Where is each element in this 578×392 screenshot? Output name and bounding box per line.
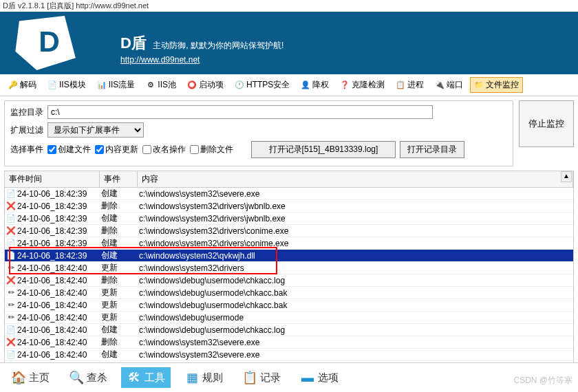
bottom-nav: 🏠主页🔍查杀🛠工具▦规则📋记录▬选项CSDN @竹等寒 <box>0 362 578 392</box>
stop-monitor-button[interactable]: 停止监控 <box>519 100 574 147</box>
nav-工具[interactable]: 🛠工具 <box>121 367 171 388</box>
nav-icon: 📋 <box>242 370 257 385</box>
ext-filter-label: 扩展过滤 <box>10 124 43 136</box>
table-row[interactable]: 📄24-10-06_18:42:39创建c:\windows\system32\… <box>5 250 573 262</box>
nav-记录[interactable]: 📋记录 <box>237 367 286 388</box>
row-event: 删除 <box>100 224 138 237</box>
tool-label: 克隆检测 <box>352 79 385 91</box>
table-header: 事件时间 事件 内容 <box>5 171 573 188</box>
table-row[interactable]: ❌24-10-06_18:42:40删除c:\windows\system32\… <box>5 336 573 349</box>
filter-panel: 监控目录 扩展过滤 显示如下扩展事件 选择事件 创建文件 内容更新 改名操作 删… <box>0 96 578 171</box>
app-header: D D盾 主动防御, 默默为你的网站保驾护航! http://www.d99ne… <box>0 12 578 74</box>
row-icon: 📄 <box>6 325 16 335</box>
tool-进程[interactable]: 📋进程 <box>392 77 428 93</box>
row-time: 24-10-06_18:42:40 <box>17 301 87 310</box>
row-time: 24-10-06_18:42:39 <box>17 214 87 224</box>
app-logo: D <box>14 16 79 71</box>
row-content: c:\windows\debug\usermode\chkacc.bak <box>138 300 573 311</box>
tool-icon: 🕐 <box>235 80 244 90</box>
nav-icon: ▬ <box>300 370 315 385</box>
open-log-dir-button[interactable]: 打开记录目录 <box>400 141 464 158</box>
nav-icon: 🏠 <box>11 370 26 385</box>
tool-icon: 📁 <box>474 80 484 90</box>
row-time: 24-10-06_18:42:40 <box>17 276 87 285</box>
table-row[interactable]: ✏24-10-06_18:42:40更新c:\windows\debug\use… <box>5 287 573 299</box>
tool-icon: 👤 <box>301 80 310 90</box>
nav-label: 主页 <box>29 371 50 384</box>
cb-rename[interactable]: 改名操作 <box>142 144 186 155</box>
row-time: 24-10-06_18:42:39 <box>17 251 87 261</box>
open-log-button[interactable]: 打开记录[515]_4B913339.log] <box>251 141 396 158</box>
table-row[interactable]: 📄24-10-06_18:42:40创建c:\windows\debug\use… <box>5 324 573 336</box>
row-time: 24-10-06_18:42:40 <box>17 350 87 360</box>
row-time: 24-10-06_18:42:40 <box>17 325 87 335</box>
nav-查杀[interactable]: 🔍查杀 <box>63 367 113 388</box>
main-toolbar: 🔑解码📄IIS模块📊IIS流量⚙IIS池⭕启动项🕐HTTPS安全👤降权❓克隆检测… <box>0 74 578 96</box>
header-title-group: D盾 主动防御, 默默为你的网站保驾护航! <box>120 33 283 54</box>
event-table: ▲ 事件时间 事件 内容 📄24-10-06_18:42:39创建c:\wind… <box>4 171 574 377</box>
row-content: c:\windows\debug\usermode\chkacc.log <box>138 275 573 286</box>
nav-icon: ▦ <box>184 370 200 385</box>
select-event-label: 选择事件 <box>10 144 43 155</box>
row-time: 24-10-06_18:42:39 <box>17 202 87 211</box>
col-time[interactable]: 事件时间 <box>5 171 100 187</box>
table-row[interactable]: ❌24-10-06_18:42:39删除c:\windows\system32\… <box>5 200 573 213</box>
scroll-up-icon[interactable]: ▲ <box>561 171 572 182</box>
tool-启动项[interactable]: ⭕启动项 <box>183 77 228 93</box>
tool-icon: ⭕ <box>187 80 197 90</box>
tool-icon: 📋 <box>396 80 405 90</box>
table-row[interactable]: ✏24-10-06_18:42:40更新c:\windows\debug\use… <box>5 299 573 312</box>
table-row[interactable]: ✏24-10-06_18:42:40更新c:\windows\system32\… <box>5 262 573 274</box>
nav-选项[interactable]: ▬选项 <box>295 367 344 388</box>
watermark: CSDN @竹等寒 <box>513 375 572 386</box>
monitor-dir-input[interactable] <box>47 105 433 119</box>
tool-icon: 📄 <box>47 80 57 90</box>
tool-HTTPS安全[interactable]: 🕐HTTPS安全 <box>231 77 294 93</box>
col-event[interactable]: 事件 <box>100 171 138 187</box>
cb-content[interactable]: 内容更新 <box>95 144 138 155</box>
row-content: c:\windows\debug\usermode <box>138 312 573 323</box>
row-content: c:\windows\system32\drivers\jwbnlb.exe <box>138 201 573 212</box>
col-content[interactable]: 内容 <box>138 171 573 187</box>
tool-icon: 🔑 <box>8 80 18 90</box>
row-icon: ❌ <box>6 226 16 236</box>
table-row[interactable]: ❌24-10-06_18:42:40删除c:\windows\debug\use… <box>5 274 573 287</box>
tool-文件监控[interactable]: 📁文件监控 <box>470 77 523 93</box>
app-url[interactable]: http://www.d99net.net <box>120 55 200 65</box>
cb-create[interactable]: 创建文件 <box>47 144 91 155</box>
tool-IIS流量[interactable]: 📊IIS流量 <box>93 77 140 93</box>
row-icon: 📄 <box>6 239 16 248</box>
table-row[interactable]: 📄24-10-06_18:42:40创建c:\windows\system32\… <box>5 349 573 361</box>
row-event: 创建 <box>100 249 138 262</box>
row-content: c:\windows\system32\drivers\conime.exe <box>138 226 573 237</box>
table-row[interactable]: ✏24-10-06_18:42:40更新c:\windows\debug\use… <box>5 312 573 324</box>
tool-icon: ⚙ <box>146 80 156 90</box>
nav-主页[interactable]: 🏠主页 <box>6 367 55 388</box>
row-content: c:\windows\system32\qvkwjh.dll <box>138 250 573 261</box>
tool-IIS池[interactable]: ⚙IIS池 <box>142 77 180 93</box>
nav-label: 查杀 <box>87 371 107 384</box>
table-row[interactable]: 📄24-10-06_18:42:39创建c:\windows\system32\… <box>5 237 573 250</box>
row-event: 更新 <box>100 286 138 299</box>
table-row[interactable]: 📄24-10-06_18:42:39创建c:\windows\system32\… <box>5 213 573 225</box>
ext-filter-select[interactable]: 显示如下扩展事件 <box>47 122 144 138</box>
tool-label: IIS模块 <box>59 79 86 91</box>
tool-IIS模块[interactable]: 📄IIS模块 <box>43 77 90 93</box>
row-time: 24-10-06_18:42:39 <box>17 226 87 236</box>
tool-端口[interactable]: 🔌端口 <box>431 77 467 93</box>
row-time: 24-10-06_18:42:40 <box>17 338 87 347</box>
table-body[interactable]: 📄24-10-06_18:42:39创建c:\windows\system32\… <box>5 188 573 377</box>
tool-克隆检测[interactable]: ❓克隆检测 <box>336 77 389 93</box>
nav-规则[interactable]: ▦规则 <box>179 367 228 388</box>
table-row[interactable]: ❌24-10-06_18:42:39删除c:\windows\system32\… <box>5 225 573 237</box>
nav-label: 规则 <box>202 371 223 384</box>
row-time: 24-10-06_18:42:40 <box>17 288 87 298</box>
table-row[interactable]: 📄24-10-06_18:42:39创建c:\windows\system32\… <box>5 188 573 200</box>
tool-降权[interactable]: 👤降权 <box>297 77 333 93</box>
app-title: D盾 <box>120 34 147 52</box>
tool-解码[interactable]: 🔑解码 <box>4 77 41 93</box>
cb-delete[interactable]: 删除文件 <box>190 144 233 155</box>
app-subtitle: 主动防御, 默默为你的网站保驾护航! <box>153 41 283 50</box>
row-icon: ❌ <box>6 202 16 211</box>
row-event: 删除 <box>100 274 138 287</box>
